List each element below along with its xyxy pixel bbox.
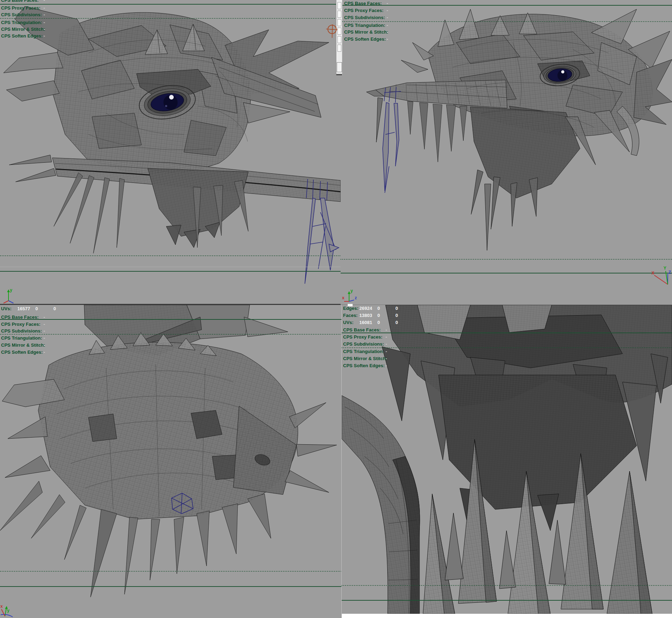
grid-line-dotted: [0, 255, 341, 256]
scrollbar-notch: [337, 11, 341, 18]
hud-value: 0: [35, 306, 38, 311]
hud-row: CPS Subdivisions:-: [1, 12, 42, 17]
hud-label: UVs:: [343, 320, 354, 325]
hud-label: CPS Soften Edges:: [1, 33, 43, 39]
hud-label: CPS Proxy Faces:: [1, 5, 40, 11]
hud-value: -: [44, 20, 45, 25]
scrollbar-notch: [337, 45, 341, 52]
hud-row: CPS Mirror & Stitch:-: [344, 29, 388, 35]
dragon-mouth-mesh-bottom-right[interactable]: [342, 305, 672, 614]
hud-row: CPS Triangulation:-: [1, 20, 42, 25]
hud-counter-row: UVs: 16081 0 0: [343, 320, 354, 325]
hud-label: CPS Proxy Faces:: [343, 334, 382, 340]
view-axis-icon: y: [1, 287, 19, 304]
hud-row: CPS Mirror & Stitch:-: [1, 27, 45, 32]
hud-value: 0: [53, 306, 56, 311]
axis-label-x: x: [0, 604, 3, 609]
dragon-head-mesh-top-left[interactable]: [0, 0, 341, 305]
hud-counter-row: Edges: 26924 0 0: [343, 306, 358, 311]
hud-value: 0: [377, 306, 380, 311]
hud-label: CPS Triangulation:: [344, 23, 385, 28]
hud-label: CPS Subdivisions:: [1, 328, 42, 334]
grid-line-dotted: [341, 259, 672, 260]
head-geometry: [0, 305, 337, 597]
view-axis-icon: x y: [0, 603, 16, 618]
hud-value: -: [44, 322, 45, 327]
hud-value: -: [44, 342, 45, 348]
hud-value: -: [387, 1, 388, 6]
hud-value: -: [386, 341, 387, 347]
hud-value: 26924: [359, 306, 372, 311]
viewport-top-right[interactable]: CPS Base Faces:- CPS Proxy Faces:- CPS S…: [341, 0, 672, 305]
hud-label: CPS Soften Edges:: [343, 363, 385, 368]
hud-label: UVs:: [1, 306, 12, 311]
hud-row: CPS Soften Edges:-: [1, 33, 43, 39]
scrollbar-notch: [337, 2, 341, 9]
grid-line-faint: [0, 267, 341, 267]
hud-label: CPS Triangulation:: [343, 349, 384, 354]
hud-row: CPS Mirror & Stitch:-: [1, 342, 45, 348]
hud-label: CPS Mirror & Stitch:: [1, 27, 45, 32]
hud-value: -: [386, 327, 387, 333]
axis-label-y: y: [10, 288, 12, 293]
grid-line-dotted: [0, 571, 342, 572]
window-edge-fragment: [348, 304, 353, 306]
hud-value: -: [387, 8, 388, 13]
selection-highlight-blue[interactable]: [383, 87, 401, 193]
hud-label: CPS Triangulation:: [1, 335, 42, 341]
grid-line: [0, 271, 341, 272]
hud-value: -: [44, 12, 45, 17]
axis-label-z: z: [355, 295, 357, 300]
view-axis-icon: x y z: [341, 288, 361, 304]
grid-line-dotted: [0, 18, 341, 19]
hud-value: 0: [377, 313, 380, 318]
hud-row: CPS Proxy Faces:-: [1, 5, 40, 11]
hud-label: CPS Subdivisions:: [343, 341, 384, 347]
viewport-bottom-right[interactable]: Edges: 26924 0 0 Faces: 13803 0 0 UVs: 1…: [342, 305, 672, 614]
mouth-geometry: [342, 305, 672, 614]
hud-label: CPS Soften Edges:: [1, 350, 43, 355]
hud-label: CPS Mirror & Stitch:: [1, 342, 45, 348]
axis-label-y: y: [351, 288, 353, 293]
hud-label: CPS Base Faces:: [344, 1, 382, 6]
hud-label: Faces:: [343, 313, 358, 318]
viewport-divider: [341, 305, 342, 614]
hud-label: CPS Base Faces:: [343, 327, 381, 333]
hud-row: CPS Base Faces:-: [343, 327, 381, 333]
hud-label: CPS Proxy Faces:: [1, 322, 40, 327]
hud-row: CPS Base Faces:-: [1, 314, 39, 320]
hud-value: 0: [395, 313, 398, 318]
hud-value: -: [44, 33, 45, 39]
maya-quad-view: CPS Base Faces:- CPS Proxy Faces:- CPS S…: [0, 0, 672, 618]
camera-target-crosshair-icon: [325, 23, 340, 39]
hud-row: CPS Soften Edges:-: [1, 350, 43, 355]
hud-row: CPS Soften Edges:-: [344, 36, 386, 42]
hud-row: CPS Base Faces:-: [344, 1, 382, 6]
hud-row: CPS Triangulation:-: [1, 335, 42, 341]
viewport-top-left[interactable]: CPS Base Faces:- CPS Proxy Faces:- CPS S…: [0, 0, 341, 305]
hud-label: CPS Mirror & Stitch:: [344, 29, 388, 35]
head-geometry: [4, 6, 341, 253]
grid-line: [341, 5, 672, 6]
hud-row: CPS Base Faces:-: [1, 0, 39, 3]
scrollbar-thumb[interactable]: [337, 62, 342, 72]
hud-value: -: [387, 29, 388, 35]
hud-value: -: [386, 363, 387, 368]
axis-label-y: y: [7, 608, 10, 613]
image-bottom-gap: [342, 614, 672, 618]
hud-value: 16081: [359, 320, 372, 325]
axis-label-y: Y: [664, 266, 666, 271]
grid-line-dotted: [341, 21, 672, 22]
hud-label: CPS Subdivisions:: [1, 12, 42, 17]
hud-value: -: [44, 335, 45, 341]
hud-value: -: [387, 36, 388, 42]
hud-value: -: [387, 15, 388, 20]
viewport-divider: [341, 305, 672, 305]
hud-counter-row: Faces: 13803 0 0: [343, 313, 358, 318]
hud-value: 0: [395, 306, 398, 311]
hud-label: CPS Soften Edges:: [344, 36, 386, 42]
view-axis-icon: X Y Z: [650, 265, 672, 290]
viewport-bottom-left[interactable]: UVs: 16577 0 0 CPS Base Faces:- CPS Prox…: [0, 305, 342, 618]
hud-value: -: [386, 356, 387, 361]
hud-value: -: [44, 350, 45, 355]
